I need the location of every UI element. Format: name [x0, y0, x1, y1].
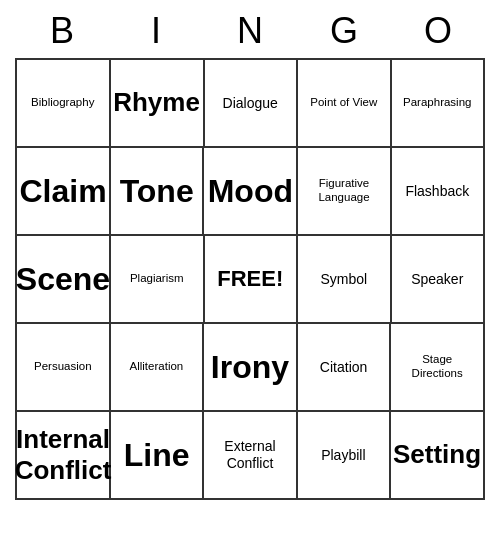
cell-r1-c1: Tone	[111, 148, 204, 236]
row-4: Internal ConflictLineExternal ConflictPl…	[17, 412, 485, 500]
bingo-grid: BibliographyRhymeDialoguePoint of ViewPa…	[15, 58, 485, 500]
cell-r0-c4: Paraphrasing	[392, 60, 486, 148]
cell-r3-c4: Stage Directions	[391, 324, 485, 412]
cell-r3-c3: Citation	[298, 324, 392, 412]
row-0: BibliographyRhymeDialoguePoint of ViewPa…	[17, 60, 485, 148]
cell-r4-c0: Internal Conflict	[17, 412, 111, 500]
row-3: PersuasionAlliterationIronyCitationStage…	[17, 324, 485, 412]
row-1: ClaimToneMoodFigurative LanguageFlashbac…	[17, 148, 485, 236]
row-2: ScenePlagiarismFREE!SymbolSpeaker	[17, 236, 485, 324]
cell-r2-c3: Symbol	[298, 236, 392, 324]
cell-r4-c4: Setting	[391, 412, 485, 500]
cell-r4-c2: External Conflict	[204, 412, 297, 500]
letter-o: O	[394, 10, 482, 52]
cell-r3-c2: Irony	[204, 324, 298, 412]
letter-n: N	[206, 10, 294, 52]
cell-r0-c3: Point of View	[298, 60, 392, 148]
cell-r2-c2: FREE!	[205, 236, 299, 324]
cell-r1-c0: Claim	[17, 148, 111, 236]
cell-r2-c0: Scene	[17, 236, 111, 324]
letter-b: B	[18, 10, 106, 52]
cell-r0-c1: Rhyme	[111, 60, 205, 148]
cell-r1-c4: Flashback	[392, 148, 485, 236]
cell-r2-c4: Speaker	[392, 236, 486, 324]
cell-r0-c0: Bibliography	[17, 60, 111, 148]
letter-g: G	[300, 10, 388, 52]
cell-r0-c2: Dialogue	[205, 60, 299, 148]
bingo-title: B I N G O	[15, 0, 485, 58]
cell-r4-c3: Playbill	[298, 412, 391, 500]
cell-r2-c1: Plagiarism	[111, 236, 205, 324]
cell-r4-c1: Line	[111, 412, 204, 500]
cell-r3-c0: Persuasion	[17, 324, 111, 412]
letter-i: I	[112, 10, 200, 52]
cell-r1-c2: Mood	[204, 148, 298, 236]
cell-r1-c3: Figurative Language	[298, 148, 391, 236]
cell-r3-c1: Alliteration	[111, 324, 205, 412]
